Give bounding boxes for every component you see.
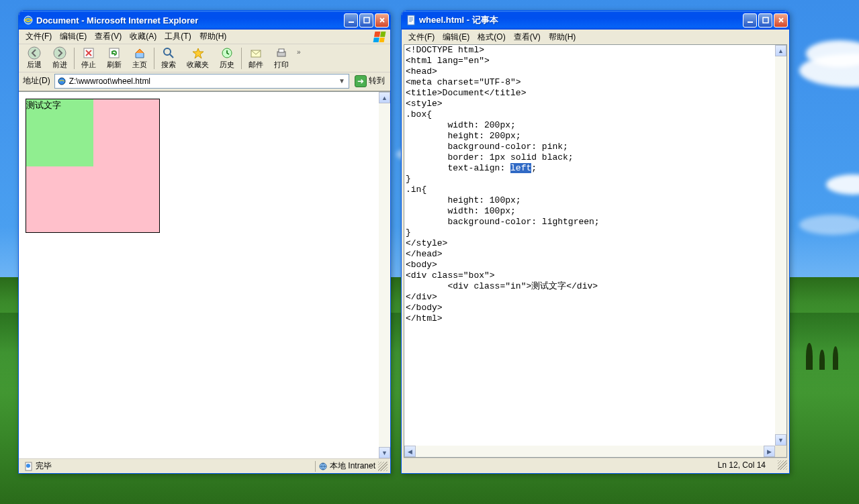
scroll-down-icon[interactable]: ▼	[379, 447, 390, 458]
menu-edit[interactable]: 编辑(E)	[439, 30, 473, 44]
menu-file[interactable]: 文件(F)	[404, 30, 439, 44]
history-icon	[220, 46, 234, 60]
address-combo[interactable]: ▼	[54, 74, 349, 89]
menu-help[interactable]: 帮助(H)	[545, 30, 580, 44]
page-icon	[24, 462, 34, 471]
svg-point-14	[26, 464, 30, 468]
print-button[interactable]: 打印	[269, 45, 294, 71]
ie-vertical-scrollbar[interactable]: ▲ ▼	[379, 92, 390, 458]
svg-rect-1	[349, 21, 354, 23]
forward-button[interactable]: 前进	[47, 45, 73, 71]
scroll-up-icon[interactable]: ▲	[379, 92, 390, 103]
notepad-vertical-scrollbar[interactable]: ▲▼	[775, 45, 786, 446]
star-icon	[191, 46, 205, 60]
menu-file[interactable]: 文件(F)	[21, 30, 56, 44]
back-button[interactable]: 后退	[21, 45, 47, 71]
refresh-button[interactable]: 刷新	[101, 45, 127, 71]
status-zone: 本地 Intranet	[316, 460, 378, 472]
intranet-zone-icon	[318, 462, 328, 471]
ie-toolbar: 后退 前进 停止 刷新 主页 搜索 收藏夹 历史 邮件 打印 »	[19, 44, 390, 72]
close-button[interactable]	[375, 13, 389, 28]
address-dropdown-icon[interactable]: ▼	[336, 77, 347, 85]
go-arrow-icon: ➜	[355, 75, 367, 87]
notepad-titlebar[interactable]: wheel.html - 记事本	[402, 11, 789, 30]
svg-rect-17	[748, 21, 753, 23]
refresh-icon	[107, 46, 121, 60]
page-icon	[56, 76, 67, 87]
stop-icon	[82, 46, 95, 60]
scroll-down-icon[interactable]: ▼	[775, 434, 786, 446]
rendered-inner-box: 测试文字	[26, 99, 93, 166]
menu-tools[interactable]: 工具(T)	[161, 30, 195, 44]
menu-view[interactable]: 查看(V)	[510, 30, 545, 44]
search-button[interactable]: 搜索	[156, 45, 181, 71]
home-icon	[133, 46, 146, 60]
mail-icon	[249, 46, 263, 60]
menu-edit[interactable]: 编辑(E)	[56, 30, 91, 44]
close-button[interactable]	[774, 13, 788, 28]
svg-rect-2	[364, 17, 369, 23]
toolbar-overflow-icon[interactable]: »	[294, 48, 304, 56]
back-icon	[28, 46, 41, 60]
ie-menubar: 文件(F) 编辑(E) 查看(V) 收藏(A) 工具(T) 帮助(H)	[19, 30, 390, 44]
search-icon	[162, 46, 175, 60]
address-bar: 地址(D) ▼ ➜ 转到	[19, 72, 390, 91]
menu-format[interactable]: 格式(O)	[473, 30, 509, 44]
windows-logo-icon	[371, 30, 388, 44]
home-button[interactable]: 主页	[127, 45, 152, 71]
favorites-button[interactable]: 收藏夹	[181, 45, 214, 71]
ie-content-area: 测试文字 ▲ ▼	[19, 91, 390, 458]
mail-button[interactable]: 邮件	[243, 45, 269, 71]
menu-view[interactable]: 查看(V)	[91, 30, 126, 44]
notepad-text-content[interactable]: <!DOCTYPE html> <html lang="en"> <head> …	[404, 45, 775, 446]
svg-rect-18	[763, 17, 768, 23]
resize-grip-icon[interactable]	[378, 462, 388, 471]
resize-grip-icon[interactable]	[778, 460, 787, 470]
maximize-button[interactable]	[359, 13, 373, 28]
menu-help[interactable]: 帮助(H)	[195, 30, 231, 44]
ie-statusbar: 完毕 本地 Intranet	[19, 458, 390, 473]
ie-titlebar[interactable]: Document - Microsoft Internet Explorer	[19, 11, 390, 30]
status-done: 完毕	[21, 460, 54, 472]
notepad-statusbar: Ln 12, Col 14	[404, 458, 787, 471]
cursor-position: Ln 12, Col 14	[706, 460, 778, 470]
maximize-button[interactable]	[758, 13, 772, 28]
notepad-title: wheel.html - 记事本	[419, 14, 743, 26]
svg-point-3	[28, 47, 40, 59]
ie-window: Document - Microsoft Internet Explorer 文…	[18, 10, 391, 474]
address-input[interactable]	[67, 77, 336, 86]
scroll-corner	[775, 446, 786, 457]
minimize-button[interactable]	[344, 13, 358, 28]
stop-button[interactable]: 停止	[76, 45, 101, 71]
notepad-window: wheel.html - 记事本 文件(F) 编辑(E) 格式(O) 查看(V)…	[401, 10, 790, 474]
ie-title: Document - Microsoft Internet Explorer	[36, 15, 344, 26]
address-label: 地址(D)	[21, 75, 52, 87]
svg-point-7	[164, 48, 171, 55]
notepad-horizontal-scrollbar[interactable]: ◀▶	[404, 446, 775, 457]
menu-favorites[interactable]: 收藏(A)	[126, 30, 161, 44]
notepad-app-icon	[406, 15, 416, 26]
scroll-up-icon[interactable]: ▲	[775, 45, 786, 56]
svg-rect-11	[279, 49, 284, 52]
notepad-editor[interactable]: <!DOCTYPE html> <html lang="en"> <head> …	[404, 44, 787, 458]
ie-app-icon	[23, 15, 34, 26]
minimize-button[interactable]	[743, 13, 757, 28]
notepad-menubar: 文件(F) 编辑(E) 格式(O) 查看(V) 帮助(H)	[402, 30, 789, 44]
forward-icon	[53, 46, 66, 60]
go-button[interactable]: ➜ 转到	[352, 74, 388, 89]
scroll-left-icon[interactable]: ◀	[404, 446, 416, 457]
scroll-right-icon[interactable]: ▶	[764, 446, 775, 457]
rendered-box: 测试文字	[26, 99, 160, 233]
svg-point-4	[54, 47, 66, 59]
history-button[interactable]: 历史	[214, 45, 240, 71]
print-icon	[275, 46, 288, 60]
